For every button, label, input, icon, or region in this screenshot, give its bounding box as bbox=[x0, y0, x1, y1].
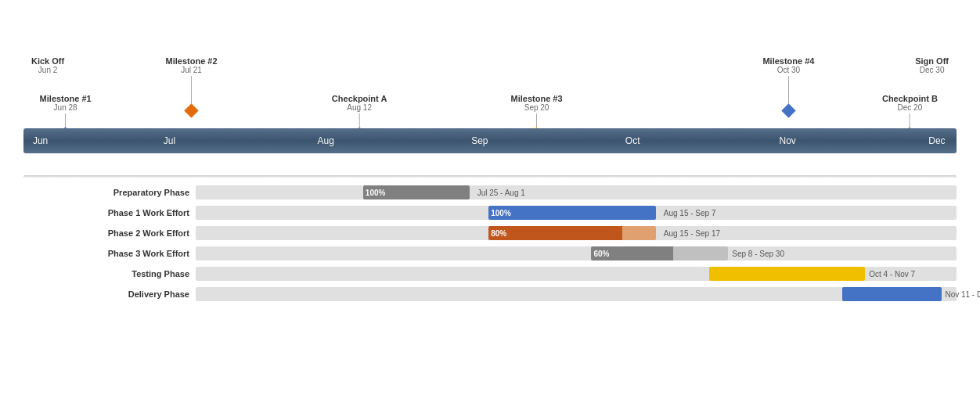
gantt-pct-phase3: 60% bbox=[591, 250, 611, 258]
gantt-bar-wrapper-phase1: 100% Aug 15 - Sep 7 bbox=[196, 206, 957, 220]
gantt-label-preparatory: Preparatory Phase bbox=[39, 188, 196, 197]
signoff: Sign Off Dec 30 bbox=[915, 56, 949, 74]
gantt-pct-phase1: 100% bbox=[488, 209, 513, 217]
month-dec: Dec bbox=[928, 135, 945, 146]
kickoff-label: Kick Off bbox=[31, 56, 64, 66]
signoff-date: Dec 30 bbox=[915, 66, 949, 74]
gantt-pct-phase2: 80% bbox=[488, 229, 509, 238]
gantt-dates-phase2: Aug 15 - Sep 17 bbox=[664, 229, 720, 238]
gantt-bar-phase1: 100% bbox=[488, 206, 656, 220]
gantt-bar-phase2-fill: 80% bbox=[488, 226, 622, 240]
kickoff: Kick Off Jun 2 bbox=[31, 56, 64, 74]
checkpoint-b-label: Checkpoint B bbox=[882, 94, 938, 103]
gantt-dates-testing: Oct 4 - Nov 7 bbox=[869, 270, 915, 278]
gantt-bar-delivery bbox=[842, 287, 941, 301]
gantt-dates-phase3: Sep 8 - Sep 30 bbox=[732, 250, 784, 258]
gantt-bar-testing bbox=[709, 267, 865, 281]
gantt-bar-wrapper-preparatory: 100% Jul 25 - Aug 1 bbox=[196, 185, 957, 199]
milestone-2-label: Milestone #2 bbox=[166, 56, 218, 66]
kickoff-date: Jun 2 bbox=[31, 66, 64, 74]
milestone-3-label: Milestone #3 bbox=[511, 94, 563, 103]
gantt-label-phase3: Phase 3 Work Effort bbox=[39, 249, 196, 258]
checkpoint-b-date: Dec 20 bbox=[882, 103, 938, 112]
milestone-2: Milestone #2 Jul 21 bbox=[166, 56, 218, 116]
gantt-row-testing: Testing Phase Oct 4 - Nov 7 bbox=[39, 267, 957, 281]
gantt-bar-wrapper-testing: Oct 4 - Nov 7 bbox=[196, 267, 957, 281]
gantt-dates-preparatory: Jul 25 - Aug 1 bbox=[477, 189, 525, 197]
checkpoint-a-date: Aug 12 bbox=[332, 103, 387, 112]
gantt-dates-delivery: Nov 11 - Dec 11 bbox=[945, 290, 980, 299]
gantt-bar-phase2-unfill bbox=[622, 226, 656, 240]
gantt-pct-preparatory: 100% bbox=[363, 189, 388, 197]
gantt-row-preparatory: Preparatory Phase 100% Jul 25 - Aug 1 bbox=[39, 185, 957, 199]
milestone-2-date: Jul 21 bbox=[166, 66, 218, 74]
main-container: Kick Off Jun 2 Sign Off Dec 30 Milestone… bbox=[0, 0, 980, 406]
month-jun: Jun bbox=[33, 135, 48, 146]
month-jul: Jul bbox=[164, 135, 175, 146]
month-sep: Sep bbox=[471, 135, 488, 146]
checkpoint-a-label: Checkpoint A bbox=[332, 94, 387, 103]
gantt-bar-phase3-unfill bbox=[673, 246, 728, 260]
gantt-label-phase1: Phase 1 Work Effort bbox=[39, 208, 196, 217]
gantt-row-delivery: Delivery Phase Nov 11 - Dec 11 bbox=[39, 287, 957, 301]
month-nov: Nov bbox=[780, 135, 796, 146]
milestone-1-label: Milestone #1 bbox=[40, 94, 92, 103]
month-oct: Oct bbox=[625, 135, 640, 146]
gantt-bar-wrapper-delivery: Nov 11 - Dec 11 bbox=[196, 287, 957, 301]
milestone-4: Milestone #4 Oct 30 bbox=[762, 56, 814, 116]
timeline-bar: Jun Jul Aug Sep Oct Nov Dec bbox=[23, 128, 957, 153]
timeline-area: Kick Off Jun 2 Sign Off Dec 30 Milestone… bbox=[23, 16, 957, 172]
gantt-row-phase2: Phase 2 Work Effort 80% Aug 15 - Sep 17 bbox=[39, 226, 957, 240]
gantt-area: Preparatory Phase 100% Jul 25 - Aug 1 Ph… bbox=[23, 185, 957, 301]
milestone-4-label: Milestone #4 bbox=[762, 56, 814, 66]
milestone-4-date: Oct 30 bbox=[762, 66, 814, 74]
month-aug: Aug bbox=[317, 135, 333, 146]
gantt-label-phase2: Phase 2 Work Effort bbox=[39, 228, 196, 238]
gantt-label-testing: Testing Phase bbox=[39, 269, 196, 278]
gantt-bar-phase3-fill: 60% bbox=[591, 246, 673, 260]
milestone-1-date: Jun 28 bbox=[40, 103, 92, 112]
gantt-label-delivery: Delivery Phase bbox=[39, 289, 196, 299]
gantt-dates-phase1: Aug 15 - Sep 7 bbox=[664, 209, 716, 217]
gantt-bar-wrapper-phase3: 60% Sep 8 - Sep 30 bbox=[196, 246, 957, 260]
separator bbox=[23, 175, 957, 178]
milestone-3-date: Sep 20 bbox=[511, 103, 563, 112]
gantt-row-phase3: Phase 3 Work Effort 60% Sep 8 - Sep 30 bbox=[39, 246, 957, 260]
gantt-row-phase1: Phase 1 Work Effort 100% Aug 15 - Sep 7 bbox=[39, 206, 957, 220]
gantt-bar-preparatory: 100% bbox=[363, 185, 470, 199]
signoff-label: Sign Off bbox=[915, 56, 949, 66]
gantt-bar-wrapper-phase2: 80% Aug 15 - Sep 17 bbox=[196, 226, 957, 240]
